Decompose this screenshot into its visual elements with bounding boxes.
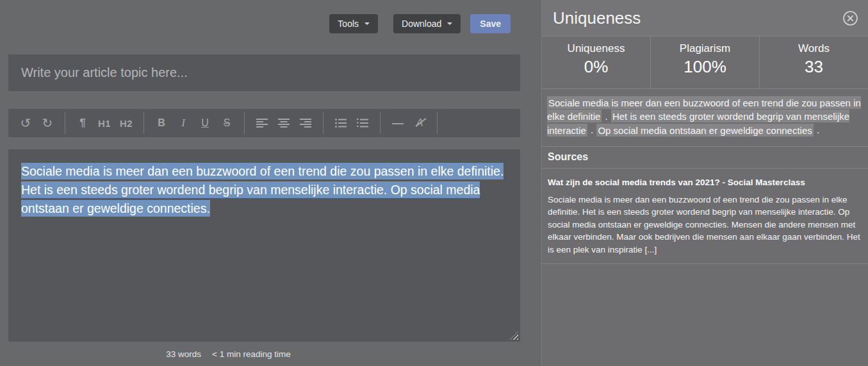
undo-icon[interactable]: ↺: [15, 112, 37, 134]
strikethrough-icon[interactable]: S: [216, 112, 238, 134]
stat-words: Words 33: [759, 37, 868, 88]
plagiarism-analysis-text: Sociale media is meer dan een buzzwoord …: [542, 89, 868, 142]
stat-value: 33: [760, 57, 868, 77]
close-icon: [842, 10, 858, 26]
segment-separator: .: [814, 124, 820, 135]
stat-value: 100%: [651, 57, 759, 77]
chevron-down-icon: [447, 22, 452, 25]
toolbar-divider: [437, 112, 438, 134]
toolbar-divider: [323, 112, 323, 134]
download-dropdown-button[interactable]: Download: [393, 14, 461, 33]
close-panel-button[interactable]: [842, 10, 858, 26]
stat-value: 0%: [542, 57, 650, 77]
bold-icon[interactable]: B: [151, 112, 172, 134]
tools-dropdown-button[interactable]: Tools: [329, 14, 378, 33]
top-action-bar: Tools Download Save: [8, 0, 520, 33]
source-title-link[interactable]: Wat zijn de social media trends van 2021…: [548, 178, 862, 187]
editor-status-bar: 33 words < 1 min reading time: [0, 349, 484, 359]
toolbar-divider: [143, 112, 144, 134]
paragraph-icon[interactable]: ¶: [72, 112, 94, 134]
source-list-item: Wat zijn de social media trends van 2021…: [542, 178, 868, 265]
save-label: Save: [480, 19, 501, 29]
horizontal-rule-icon[interactable]: —: [387, 112, 409, 134]
bullet-list-icon[interactable]: [330, 112, 352, 134]
selected-text: Sociale media is meer dan een buzzwoord …: [21, 163, 504, 217]
italic-icon[interactable]: I: [172, 112, 194, 134]
tools-label: Tools: [338, 19, 359, 29]
stat-plagiarism: Plagiarism 100%: [650, 37, 759, 88]
stat-label: Words: [760, 42, 868, 55]
segment-separator: .: [587, 124, 597, 135]
heading1-button[interactable]: H1: [94, 112, 115, 134]
align-left-icon[interactable]: [251, 112, 273, 134]
textarea-resize-handle[interactable]: [510, 331, 518, 340]
word-count: 33 words: [166, 349, 201, 359]
toolbar-divider: [380, 112, 381, 134]
clear-formatting-icon[interactable]: A: [409, 112, 430, 134]
panel-header: Uniqueness: [542, 0, 868, 37]
article-text-editor[interactable]: Sociale media is meer dan een buzzwoord …: [8, 149, 520, 342]
align-right-icon[interactable]: [295, 112, 316, 134]
source-excerpt: Sociale media is meer dan een buzzwoord …: [548, 194, 862, 264]
toolbar-divider: [244, 112, 245, 134]
stat-uniqueness: Uniqueness 0%: [542, 37, 650, 88]
toolbar-divider: [65, 112, 65, 134]
stat-label: Plagiarism: [651, 42, 759, 55]
chevron-down-icon: [364, 22, 370, 25]
ordered-list-icon[interactable]: [352, 112, 373, 134]
reading-time: < 1 min reading time: [212, 349, 291, 359]
stats-row: Uniqueness 0% Plagiarism 100% Words 33: [542, 37, 868, 89]
article-topic-input[interactable]: [8, 54, 520, 91]
align-center-icon[interactable]: [273, 112, 295, 134]
heading2-button[interactable]: H2: [115, 112, 137, 134]
segment-separator: .: [602, 111, 611, 122]
underline-icon[interactable]: U: [194, 112, 216, 134]
download-label: Download: [402, 19, 441, 29]
editor-pane: Tools Download Save ↺ ↻ ¶ H1 H2 B I U S: [0, 0, 541, 366]
save-button[interactable]: Save: [470, 14, 511, 33]
redo-icon[interactable]: ↻: [37, 112, 58, 134]
sources-section-title: Sources: [542, 146, 868, 169]
stat-label: Uniqueness: [542, 42, 650, 55]
uniqueness-panel: Uniqueness Uniqueness 0% Plagiarism 100%…: [541, 0, 868, 366]
panel-title: Uniqueness: [553, 8, 641, 28]
formatting-toolbar: ↺ ↻ ¶ H1 H2 B I U S: [8, 109, 520, 137]
plagiarized-segment: Op social media ontstaan er geweldige co…: [596, 124, 813, 137]
